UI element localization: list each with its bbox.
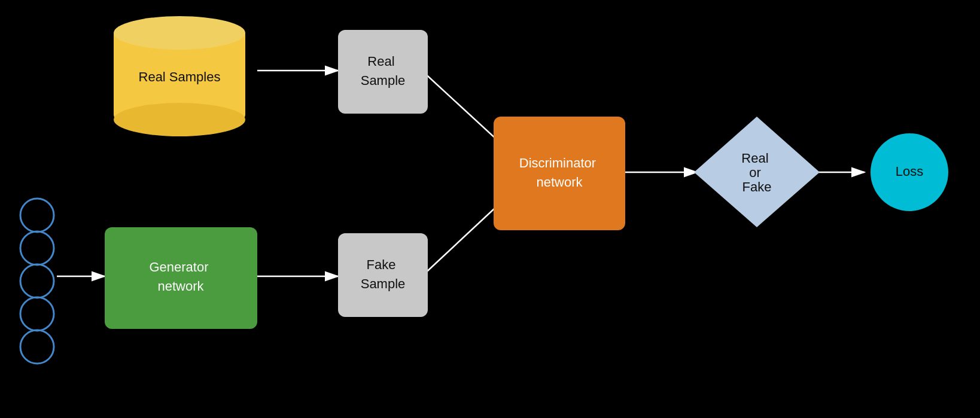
real-samples-cylinder-bottom	[114, 103, 245, 136]
noise-circle-4	[20, 297, 54, 331]
real-samples-cylinder-top	[114, 16, 245, 50]
noise-circle-1	[20, 199, 54, 232]
loss-label: Loss	[896, 164, 923, 179]
gan-diagram: Real Samples Real Sample Generator netwo…	[0, 0, 980, 418]
noise-circle-3	[20, 264, 54, 298]
diagram-canvas: Real Samples Real Sample Generator netwo…	[0, 0, 980, 418]
noise-circle-5	[20, 330, 54, 364]
real-sample-box	[338, 30, 428, 114]
fake-sample-box	[338, 233, 428, 317]
noise-circle-2	[20, 231, 54, 265]
real-samples-label: Real Samples	[139, 69, 221, 84]
discriminator-box	[494, 117, 625, 230]
